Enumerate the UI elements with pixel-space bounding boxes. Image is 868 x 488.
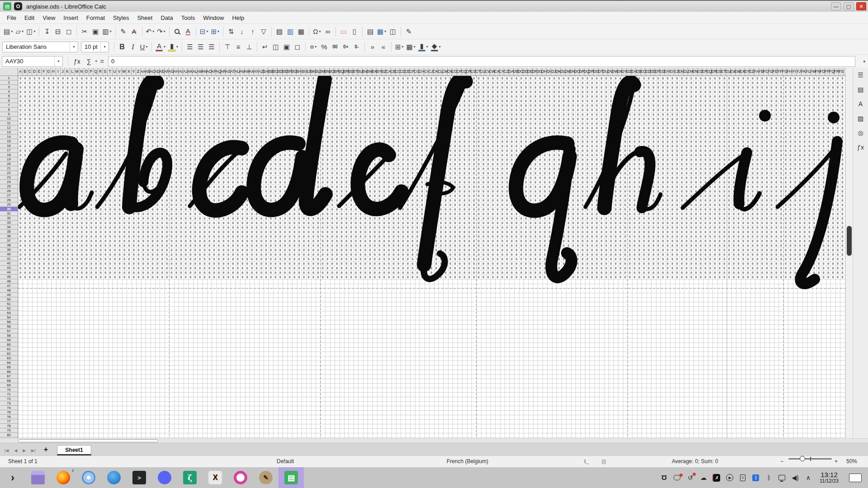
row-header-23[interactable]: 23 xyxy=(0,175,18,180)
row-header-45[interactable]: 45 xyxy=(0,275,18,279)
row-header-27[interactable]: 27 xyxy=(0,193,18,198)
underline-dropdown-icon[interactable]: ▾ xyxy=(146,45,147,49)
menu-file[interactable]: File xyxy=(3,13,20,23)
formula-input[interactable]: 0 xyxy=(108,56,855,67)
insert-pivot-table-button[interactable]: ▦ xyxy=(296,25,307,38)
properties-deck-icon[interactable]: ▤ xyxy=(858,86,863,93)
volume-tray-icon[interactable]: ◀) xyxy=(791,474,800,481)
column-header-DH[interactable]: DH xyxy=(542,68,547,75)
font-size-dropdown-icon[interactable]: ▾ xyxy=(100,42,108,52)
vertical-scrollbar[interactable] xyxy=(845,68,853,438)
row-header-15[interactable]: 15 xyxy=(0,139,18,144)
border-color-button[interactable]: ◆▾ xyxy=(429,41,442,53)
row-header-6[interactable]: 6 xyxy=(0,99,18,103)
sort-button[interactable]: ⇅ xyxy=(226,25,236,38)
row-header-52[interactable]: 52 xyxy=(0,306,18,311)
row-header-47[interactable]: 47 xyxy=(0,284,18,288)
row-header-78[interactable]: 78 xyxy=(0,424,18,428)
column-header-EZ[interactable]: EZ xyxy=(750,68,754,75)
new-button[interactable]: ▤▾ xyxy=(2,25,14,38)
row-header-20[interactable]: 20 xyxy=(0,162,18,166)
row-header-66[interactable]: 66 xyxy=(0,370,18,374)
gimp-taskbar-button[interactable]: ✎ xyxy=(253,467,278,488)
row-header-72[interactable]: 72 xyxy=(0,397,18,401)
wrap-text-button[interactable]: ↵ xyxy=(259,41,270,53)
column-header-P[interactable]: P xyxy=(89,68,94,75)
highlighting-color-dropdown-icon[interactable]: ▾ xyxy=(176,45,178,49)
zoom-out-button[interactable]: − xyxy=(780,458,783,465)
open-button[interactable]: ▱▾ xyxy=(14,25,25,38)
column-header-Q[interactable]: Q xyxy=(94,68,98,75)
row-header-10[interactable]: 10 xyxy=(0,117,18,121)
column-header-D[interactable]: D xyxy=(32,68,37,75)
language-status[interactable]: French (Belgium) xyxy=(447,458,488,465)
row-header-46[interactable]: 46 xyxy=(0,279,18,284)
menu-sheet[interactable]: Sheet xyxy=(133,13,156,23)
unmerge-cells-button[interactable]: ◻ xyxy=(292,41,303,53)
align-left-button[interactable]: ☰ xyxy=(184,41,195,53)
select-all-corner[interactable] xyxy=(0,68,18,76)
column-header-E[interactable]: E xyxy=(37,68,42,75)
functions-deck-icon[interactable]: ƒx xyxy=(857,144,864,151)
row-header-74[interactable]: 74 xyxy=(0,406,18,410)
software-update-tray-icon[interactable]: ↺ xyxy=(686,474,695,481)
show-desktop-button[interactable] xyxy=(849,474,862,482)
tray-expander-tray-icon[interactable]: ∧ xyxy=(804,474,813,481)
column-header-G[interactable]: G xyxy=(47,68,51,75)
discord-taskbar-button[interactable] xyxy=(152,467,177,488)
autofilter-button[interactable]: ▽ xyxy=(258,25,269,38)
row-header-26[interactable]: 26 xyxy=(0,189,18,193)
background-color-button[interactable]: ▮▾ xyxy=(417,41,429,53)
menu-help[interactable]: Help xyxy=(228,13,248,23)
font-size-combo[interactable]: 10 pt ▾ xyxy=(81,42,109,52)
row-header-58[interactable]: 58 xyxy=(0,333,18,338)
clone-formatting-button[interactable]: ✎ xyxy=(118,25,129,38)
underline-button[interactable]: U▾ xyxy=(138,41,149,53)
column-header-AI[interactable]: AI xyxy=(179,68,183,75)
borders-dropdown-icon[interactable]: ▾ xyxy=(402,45,404,49)
add-decimal-place-button[interactable]: 0+ xyxy=(340,41,351,53)
clear-formatting-button[interactable]: A xyxy=(129,25,140,38)
row-header-14[interactable]: 14 xyxy=(0,135,18,139)
column-headers[interactable]: ABCDEFGHIJKLMNOPQRSTUVWXYZAAABACADAEAFAG… xyxy=(18,68,845,76)
row-header-41[interactable]: 41 xyxy=(0,257,18,261)
row-header-80[interactable]: 80 xyxy=(0,433,18,437)
freeze-rows-and-columns-button[interactable]: ▦▾ xyxy=(376,25,387,38)
row-header-76[interactable]: 76 xyxy=(0,415,18,419)
row-header-29[interactable]: 29 xyxy=(0,202,18,207)
sidebar-settings-icon[interactable]: ☰ xyxy=(858,71,863,79)
print-preview-button[interactable]: ◻ xyxy=(63,25,74,38)
column-header-EI[interactable]: EI xyxy=(669,68,674,75)
column-header-S[interactable]: S xyxy=(103,68,108,75)
column-header-CH[interactable]: CH xyxy=(419,68,424,75)
insert-image-button[interactable]: ▨ xyxy=(274,25,285,38)
row-header-19[interactable]: 19 xyxy=(0,157,18,162)
column-header-Y[interactable]: Y xyxy=(132,68,136,75)
bluetooth-tray-icon[interactable]: ᛒ xyxy=(764,474,774,481)
column-header-B[interactable]: B xyxy=(23,68,27,75)
insert-hyperlink-button[interactable]: ∞ xyxy=(322,25,333,38)
format-as-number-button[interactable]: 00 xyxy=(330,41,340,53)
row-header-11[interactable]: 11 xyxy=(0,121,18,126)
row-header-59[interactable]: 59 xyxy=(0,338,18,343)
merge-and-center-cells-button[interactable]: ◫ xyxy=(270,41,281,53)
row-header-36[interactable]: 36 xyxy=(0,234,18,239)
next-sheet-button[interactable]: ▶ xyxy=(20,448,28,453)
paste-dropdown-icon[interactable]: ▾ xyxy=(110,29,112,33)
column-header-C[interactable]: C xyxy=(28,68,32,75)
horizontal-scrollbar-thumb[interactable] xyxy=(18,439,158,442)
chat-indicator-tray-icon[interactable] xyxy=(673,475,682,480)
firefox-taskbar-button[interactable]: ♪ xyxy=(51,467,76,488)
row-header-24[interactable]: 24 xyxy=(0,180,18,184)
menu-styles[interactable]: Styles xyxy=(109,13,133,23)
row-header-25[interactable]: 25 xyxy=(0,184,18,189)
zoom-slider-knob[interactable] xyxy=(800,456,805,461)
row-header-4[interactable]: 4 xyxy=(0,89,18,94)
cell-grid[interactable]: 0 xyxy=(18,76,845,438)
row-header-31[interactable]: 31 xyxy=(0,211,18,216)
menu-insert[interactable]: Insert xyxy=(59,13,82,23)
chromium-taskbar-button[interactable] xyxy=(76,467,101,488)
terminal-taskbar-button[interactable]: > xyxy=(127,467,152,488)
row-header-65[interactable]: 65 xyxy=(0,365,18,370)
row-header-12[interactable]: 12 xyxy=(0,126,18,130)
